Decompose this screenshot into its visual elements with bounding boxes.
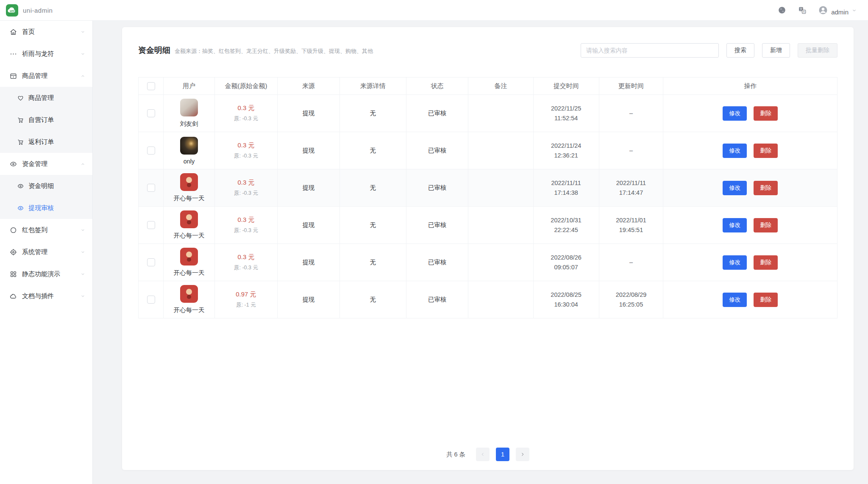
search-input[interactable] xyxy=(581,43,719,58)
delete-button[interactable]: 删除 xyxy=(754,106,778,121)
sidebar-item-label: 提现审核 xyxy=(28,204,54,212)
update-date: 2022/08/29 xyxy=(599,290,663,299)
select-all-checkbox[interactable] xyxy=(147,82,155,90)
title-block: 资金明细 金额来源：抽奖、红包签到、龙王分红、升级奖励、下级升级、提现、购物、其… xyxy=(138,45,373,56)
source-detail: 无 xyxy=(339,132,406,169)
col-user: 用户 xyxy=(164,77,214,95)
pagination-next-button[interactable] xyxy=(516,448,529,461)
user-avatar xyxy=(180,137,198,155)
update-date: 2022/11/11 xyxy=(599,178,663,188)
edit-button[interactable]: 修改 xyxy=(723,293,747,307)
row-checkbox[interactable] xyxy=(147,296,155,304)
sidebar: 首页 祈雨与龙符 商品管理 商品管理 自营订单 返利订单 xyxy=(0,21,93,484)
remark xyxy=(468,132,533,169)
user-name: 开心每一天 xyxy=(164,232,214,240)
col-source-detail: 来源详情 xyxy=(339,77,406,95)
sidebar-item-qiyu[interactable]: 祈雨与龙符 xyxy=(0,43,92,65)
update-date: – xyxy=(599,146,663,155)
table-row: 刘友剑 0.3 元原: -0.3 元 提现 无 已审核 2022/11/2511… xyxy=(139,95,837,132)
delete-button[interactable]: 删除 xyxy=(754,293,778,307)
add-button[interactable]: 新增 xyxy=(762,43,790,58)
sidebar-item-self-orders[interactable]: 自营订单 xyxy=(0,109,92,131)
sidebar-item-rebate-orders[interactable]: 返利订单 xyxy=(0,131,92,153)
sidebar-item-home[interactable]: 首页 xyxy=(0,21,92,43)
batch-delete-button[interactable]: 批量删除 xyxy=(798,43,837,58)
source-detail: 无 xyxy=(339,244,406,281)
source: 提现 xyxy=(278,244,340,281)
source: 提现 xyxy=(278,207,340,244)
chevron-left-icon xyxy=(480,451,486,457)
col-status: 状态 xyxy=(406,77,468,95)
row-checkbox[interactable] xyxy=(147,184,155,192)
row-checkbox[interactable] xyxy=(147,258,155,266)
chevron-down-icon xyxy=(80,271,86,277)
user-avatar xyxy=(180,285,198,303)
user-menu[interactable]: admin xyxy=(818,5,857,16)
delete-button[interactable]: 删除 xyxy=(754,144,778,158)
status-badge: 已审核 xyxy=(406,95,468,132)
sidebar-item-funds-management[interactable]: 资金管理 xyxy=(0,153,92,175)
user-avatar xyxy=(180,99,198,116)
table-row: 开心每一天 0.97 元原: -1 元 提现 无 已审核 2022/08/251… xyxy=(139,281,837,318)
row-checkbox[interactable] xyxy=(147,221,155,229)
brand-title: uni-admin xyxy=(23,7,53,14)
svg-text:uni: uni xyxy=(10,8,14,12)
pagination-prev-button[interactable] xyxy=(476,448,490,461)
sidebar-item-withdraw-review[interactable]: 提现审核 xyxy=(0,197,92,219)
circle-icon xyxy=(9,226,17,234)
cart-icon xyxy=(17,116,24,124)
sidebar-item-docs-plugins[interactable]: 文档与插件 xyxy=(0,285,92,307)
pagination-page-1[interactable]: 1 xyxy=(496,448,509,461)
submit-date: 2022/08/25 xyxy=(534,290,599,299)
brand: uni uni-admin xyxy=(6,4,53,17)
translate-icon[interactable]: 文 A xyxy=(798,6,807,15)
user-avatar-icon xyxy=(818,5,828,15)
earth-icon[interactable] xyxy=(777,6,787,15)
chevron-right-icon xyxy=(520,451,526,457)
sidebar-item-redpacket-signin[interactable]: 红包签到 xyxy=(0,219,92,241)
col-amount: 金额(原始金额) xyxy=(214,77,277,95)
delete-button[interactable]: 删除 xyxy=(754,218,778,232)
sidebar-item-system-management[interactable]: 系统管理 xyxy=(0,241,92,263)
chevron-down-icon xyxy=(80,293,86,299)
user-name: admin xyxy=(831,8,849,16)
search-button[interactable]: 搜索 xyxy=(726,43,754,58)
original-amount: 原: -1 元 xyxy=(215,301,277,309)
main-area: 资金明细 金额来源：抽奖、红包签到、龙王分红、升级奖励、下级升级、提现、购物、其… xyxy=(93,21,868,484)
eye-icon xyxy=(9,160,17,168)
row-checkbox[interactable] xyxy=(147,147,155,155)
source: 提现 xyxy=(278,132,340,169)
submit-date: 2022/08/26 xyxy=(534,253,599,262)
sidebar-item-static-demo[interactable]: 静态功能演示 xyxy=(0,263,92,285)
status-badge: 已审核 xyxy=(406,169,468,207)
chevron-down-icon xyxy=(80,227,86,233)
edit-button[interactable]: 修改 xyxy=(723,218,747,232)
delete-button[interactable]: 删除 xyxy=(754,255,778,270)
edit-button[interactable]: 修改 xyxy=(723,144,747,158)
sidebar-item-goods[interactable]: 商品管理 xyxy=(0,87,92,109)
delete-button[interactable]: 删除 xyxy=(754,181,778,195)
row-checkbox[interactable] xyxy=(147,109,155,117)
edit-button[interactable]: 修改 xyxy=(723,255,747,270)
sidebar-item-funds-detail[interactable]: 资金明细 xyxy=(0,175,92,197)
sidebar-item-goods-management[interactable]: 商品管理 xyxy=(0,65,92,87)
amount: 0.97 元 xyxy=(215,290,277,299)
card-header: 资金明细 金额来源：抽奖、红包签到、龙王分红、升级奖励、下级升级、提现、购物、其… xyxy=(138,27,837,58)
funds-submenu: 资金明细 提现审核 xyxy=(0,175,92,219)
source: 提现 xyxy=(278,281,340,318)
user-name: 开心每一天 xyxy=(164,269,214,277)
submit-time: 11:52:54 xyxy=(534,113,599,123)
user-name: 开心每一天 xyxy=(164,194,214,202)
status-badge: 已审核 xyxy=(406,244,468,281)
source-detail: 无 xyxy=(339,281,406,318)
status-badge: 已审核 xyxy=(406,132,468,169)
source-detail: 无 xyxy=(339,95,406,132)
topbar: uni uni-admin 文 A xyxy=(0,0,868,21)
cart-icon xyxy=(17,138,24,146)
edit-button[interactable]: 修改 xyxy=(723,106,747,121)
sidebar-item-label: 系统管理 xyxy=(22,248,47,256)
status-badge: 已审核 xyxy=(406,207,468,244)
user-name: 开心每一天 xyxy=(164,306,214,314)
edit-button[interactable]: 修改 xyxy=(723,181,747,195)
table-row: 开心每一天 0.3 元原: -0.3 元 提现 无 已审核 2022/08/26… xyxy=(139,244,837,281)
